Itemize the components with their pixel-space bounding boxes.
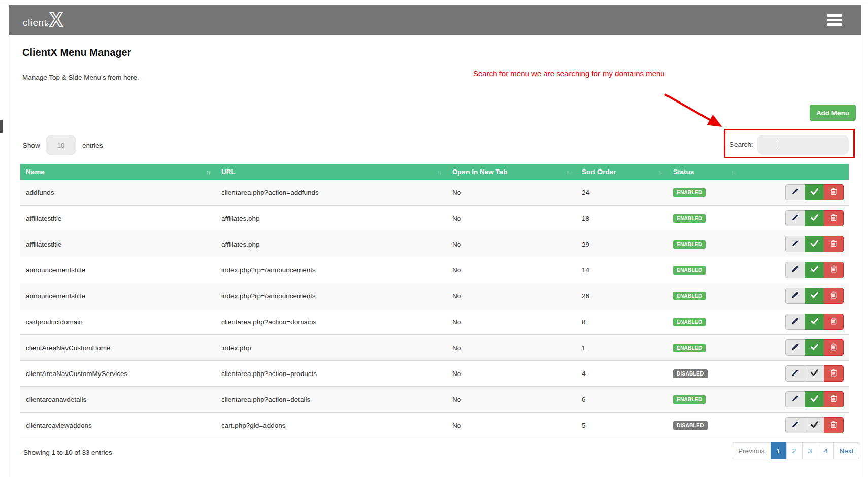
- show-entries-select[interactable]: 10: [46, 135, 76, 155]
- table-row: announcementstitleindex.php?rp=/announce…: [20, 283, 849, 309]
- cell-open-new-tab: No: [447, 370, 576, 378]
- table-row: affiliatestitleaffiliates.phpNo18ENABLED: [20, 206, 849, 231]
- trash-icon: [830, 317, 837, 326]
- toggle-status-button[interactable]: [805, 236, 824, 252]
- delete-button[interactable]: [824, 365, 844, 382]
- column-header-actions: [741, 164, 849, 180]
- cell-actions: [741, 288, 849, 304]
- check-icon: [811, 395, 818, 403]
- check-icon: [811, 369, 818, 378]
- delete-button[interactable]: [824, 417, 844, 433]
- check-icon: [811, 188, 818, 196]
- edit-button[interactable]: [785, 339, 805, 356]
- cell-url: index.php?rp=/announcements: [216, 266, 447, 274]
- delete-button[interactable]: [824, 184, 844, 200]
- toggle-status-button[interactable]: [805, 288, 824, 304]
- pagination-item-previous[interactable]: Previous: [732, 442, 771, 459]
- column-header-name[interactable]: Name↑↓: [20, 164, 216, 180]
- column-header-label: Name: [26, 168, 45, 176]
- pencil-icon: [791, 240, 799, 249]
- check-icon: [811, 292, 818, 300]
- add-menu-button[interactable]: Add Menu: [810, 105, 856, 121]
- check-icon: [811, 421, 818, 429]
- cell-status: ENABLED: [667, 318, 741, 326]
- edit-button[interactable]: [785, 365, 805, 382]
- delete-button[interactable]: [824, 391, 844, 407]
- pencil-icon: [791, 317, 799, 326]
- check-icon: [811, 266, 818, 274]
- pagination-item-4[interactable]: 4: [818, 442, 834, 459]
- edit-button[interactable]: [785, 236, 805, 252]
- delete-button[interactable]: [824, 210, 844, 226]
- hamburger-icon[interactable]: [827, 14, 842, 26]
- toggle-status-button[interactable]: [805, 262, 824, 278]
- cell-open-new-tab: No: [447, 396, 576, 403]
- delete-button[interactable]: [824, 288, 844, 304]
- edit-button[interactable]: [785, 288, 805, 304]
- status-badge: ENABLED: [673, 266, 706, 275]
- cell-status: DISABLED: [667, 421, 741, 430]
- edit-button[interactable]: [785, 184, 805, 200]
- cell-name: announcementstitle: [20, 292, 216, 300]
- column-header-label: Status: [673, 168, 694, 176]
- status-badge: ENABLED: [673, 344, 706, 352]
- pencil-icon: [791, 265, 799, 275]
- edit-button[interactable]: [785, 391, 805, 407]
- search-caret: [776, 140, 776, 150]
- delete-button[interactable]: [824, 236, 844, 252]
- toggle-status-button[interactable]: [805, 417, 824, 433]
- cell-url: clientarea.php?action=details: [216, 396, 447, 403]
- cell-url: index.php?rp=/announcements: [216, 292, 447, 300]
- row-action-buttons: [785, 184, 844, 200]
- pagination-item-1[interactable]: 1: [771, 442, 787, 459]
- column-header-url[interactable]: URL↑↓: [216, 164, 447, 180]
- toggle-status-button[interactable]: [805, 314, 824, 330]
- status-badge: ENABLED: [673, 188, 706, 197]
- delete-button[interactable]: [824, 339, 844, 356]
- toggle-status-button[interactable]: [805, 365, 824, 382]
- cell-name: announcementstitle: [20, 266, 216, 274]
- toggle-status-button[interactable]: [805, 184, 824, 200]
- cell-sort-order: 18: [576, 215, 667, 222]
- table-row: cartproductdomainclientarea.php?action=d…: [20, 309, 849, 335]
- status-badge: ENABLED: [673, 318, 706, 326]
- edit-button[interactable]: [785, 314, 805, 330]
- cell-open-new-tab: No: [447, 344, 576, 352]
- cell-name: clientAreaNavCustomMyServices: [20, 370, 216, 378]
- sort-arrows-icon: ↑↓: [566, 169, 570, 175]
- column-header-status[interactable]: Status↑↓: [667, 164, 741, 180]
- table-row: affiliatestitleaffiliates.phpNo29ENABLED: [20, 231, 849, 257]
- pagination-item-2[interactable]: 2: [786, 442, 803, 459]
- sort-arrows-icon: ↑↓: [658, 169, 661, 175]
- toggle-status-button[interactable]: [805, 339, 824, 356]
- delete-button[interactable]: [824, 314, 844, 330]
- menu-table: Name↑↓URL↑↓Open In New Tab↑↓Sort Order↑↓…: [20, 164, 849, 438]
- cell-actions: [741, 262, 849, 278]
- column-header-label: Sort Order: [582, 168, 616, 176]
- edit-button[interactable]: [785, 210, 805, 226]
- status-badge: DISABLED: [673, 369, 708, 378]
- entries-label: entries: [82, 142, 103, 149]
- column-header-sort-order[interactable]: Sort Order↑↓: [576, 164, 667, 180]
- row-action-buttons: [785, 339, 844, 356]
- search-label: Search:: [729, 141, 753, 148]
- sort-arrows-icon: ↑↓: [731, 169, 735, 175]
- toggle-status-button[interactable]: [805, 391, 824, 407]
- status-badge: ENABLED: [673, 240, 706, 249]
- pagination-item-next[interactable]: Next: [833, 442, 860, 459]
- search-input[interactable]: [757, 135, 849, 155]
- toggle-status-button[interactable]: [805, 210, 824, 226]
- pencil-icon: [791, 291, 799, 300]
- cell-actions: [741, 365, 849, 382]
- pencil-icon: [791, 395, 799, 404]
- edit-button[interactable]: [785, 262, 805, 278]
- cell-url: clientarea.php?action=products: [216, 370, 447, 378]
- cell-name: clientareaviewaddons: [20, 422, 216, 429]
- column-header-open-in-new-tab[interactable]: Open In New Tab↑↓: [447, 164, 576, 180]
- cell-sort-order: 24: [576, 189, 667, 196]
- edit-button[interactable]: [785, 417, 805, 433]
- delete-button[interactable]: [824, 262, 844, 278]
- pagination-item-3[interactable]: 3: [802, 442, 818, 459]
- clientx-logo: client X: [23, 9, 67, 30]
- pencil-icon: [791, 214, 799, 223]
